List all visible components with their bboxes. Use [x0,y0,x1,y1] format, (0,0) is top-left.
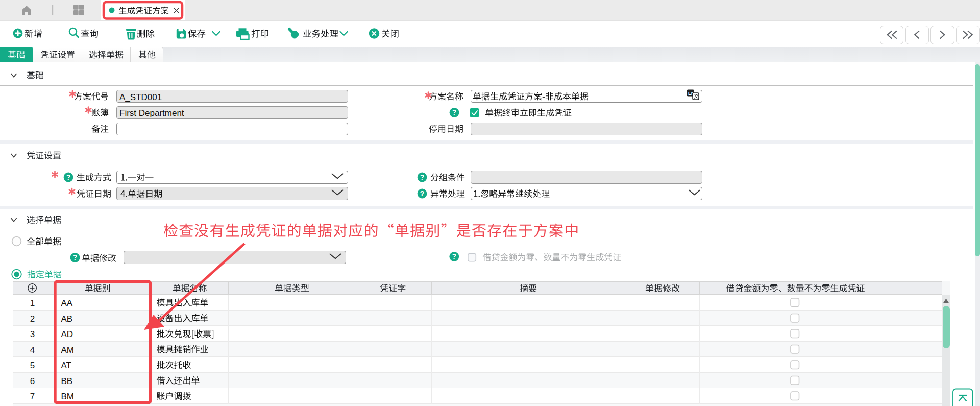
svg-text:?: ? [420,189,425,198]
svg-text:?: ? [452,252,457,260]
svg-text:?: ? [66,173,71,181]
svg-text:?: ? [73,253,78,261]
svg-text:?: ? [420,173,425,181]
svg-text:?: ? [452,108,457,116]
